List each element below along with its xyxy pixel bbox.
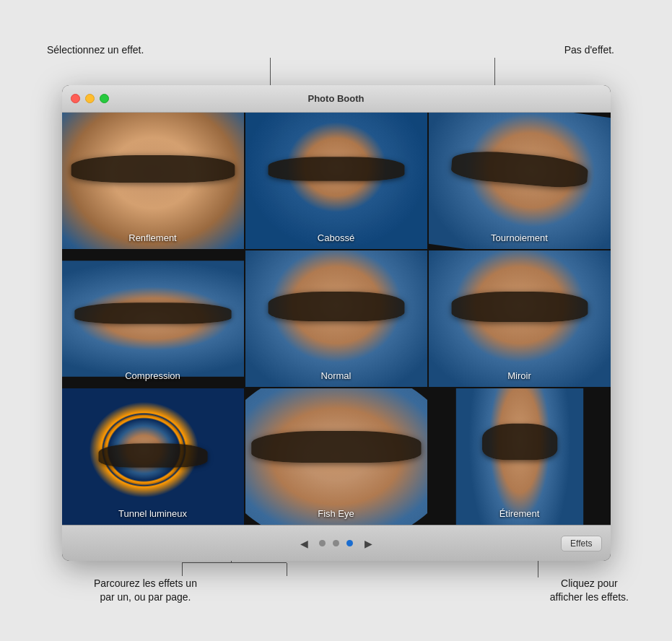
maximize-button[interactable] bbox=[100, 94, 109, 103]
effect-label-miroir: Miroir bbox=[429, 370, 611, 381]
effect-label-cabosse: Cabossé bbox=[245, 232, 427, 243]
glasses-compression bbox=[84, 298, 221, 328]
effect-fisheye[interactable]: Fish Eye bbox=[245, 388, 427, 525]
effect-compression[interactable]: Compression bbox=[62, 250, 244, 387]
titlebar: Photo Booth bbox=[62, 85, 611, 113]
glasses-etirement bbox=[469, 427, 570, 457]
effect-renflement[interactable]: Renflement bbox=[62, 113, 244, 249]
bottom-bar: ◀ ▶ Effets bbox=[62, 525, 611, 561]
window-controls bbox=[71, 94, 109, 103]
annotation-bottom-left: Parcourez les effets un par un, ou par p… bbox=[94, 577, 197, 605]
effect-label-normal: Normal bbox=[245, 370, 427, 381]
app-window: Photo Booth Renflement Cabos bbox=[62, 85, 611, 561]
effect-label-fisheye: Fish Eye bbox=[245, 508, 427, 519]
glasses-tunnel bbox=[84, 440, 221, 471]
glasses-cabosse bbox=[268, 154, 404, 184]
effect-miroir[interactable]: Miroir bbox=[429, 250, 611, 387]
effets-button[interactable]: Effets bbox=[561, 536, 601, 551]
effect-normal[interactable]: Normal bbox=[245, 250, 427, 387]
effects-grid: Renflement Cabossé Tournoiement bbox=[62, 113, 611, 525]
prev-arrow[interactable]: ◀ bbox=[296, 536, 312, 551]
glasses-frame-fisheye bbox=[251, 431, 422, 463]
next-arrow[interactable]: ▶ bbox=[360, 536, 376, 551]
glasses-frame-tunnel bbox=[98, 443, 207, 467]
glasses-frame-compression bbox=[74, 302, 231, 323]
annotation-line-bl-h bbox=[182, 562, 287, 563]
glasses-frame-miroir bbox=[451, 292, 588, 322]
glasses-renflement bbox=[84, 154, 221, 184]
effect-label-tunnel: Tunnel lumineux bbox=[62, 508, 244, 519]
glasses-normal bbox=[268, 292, 404, 322]
glasses-frame-cabosse bbox=[268, 157, 404, 180]
effect-tournoiement[interactable]: Tournoiement bbox=[429, 113, 611, 249]
glasses-fisheye bbox=[258, 432, 413, 462]
page-wrapper: Sélectionnez un effet. Pas d'effet. Parc… bbox=[0, 22, 672, 641]
glasses-frame-normal bbox=[268, 292, 404, 322]
nav-dot-2[interactable] bbox=[333, 540, 339, 546]
annotation-line-tl bbox=[270, 58, 271, 88]
annotation-line-bl-v1 bbox=[182, 563, 183, 576]
nav-dot-3[interactable] bbox=[346, 540, 353, 546]
annotation-line-tr bbox=[494, 58, 495, 88]
annotation-bottom-right: Cliquez pour afficher les effets. bbox=[550, 577, 629, 605]
annotation-top-left: Sélectionnez un effet. bbox=[47, 43, 144, 58]
effect-label-etirement: Étirement bbox=[429, 508, 611, 519]
annotation-line-bl-v2 bbox=[287, 563, 287, 576]
effect-label-renflement: Renflement bbox=[62, 232, 244, 243]
minimize-button[interactable] bbox=[85, 94, 95, 103]
effect-label-tournoiement: Tournoiement bbox=[429, 232, 611, 243]
effect-tunnel[interactable]: Tunnel lumineux bbox=[62, 388, 244, 525]
nav-dot-1[interactable] bbox=[319, 540, 326, 546]
window-title: Photo Booth bbox=[308, 93, 365, 104]
glasses-frame-renflement bbox=[71, 155, 235, 182]
close-button[interactable] bbox=[71, 94, 80, 103]
effect-etirement[interactable]: Étirement bbox=[429, 388, 611, 525]
effect-cabosse[interactable]: Cabossé bbox=[245, 113, 427, 249]
effect-label-compression: Compression bbox=[62, 370, 244, 381]
nav-controls: ◀ ▶ bbox=[296, 536, 376, 551]
window-frame: Photo Booth Renflement Cabos bbox=[62, 85, 611, 561]
glasses-miroir bbox=[451, 292, 588, 322]
annotation-top-right: Pas d'effet. bbox=[564, 43, 614, 58]
glasses-frame-etirement bbox=[482, 424, 557, 460]
